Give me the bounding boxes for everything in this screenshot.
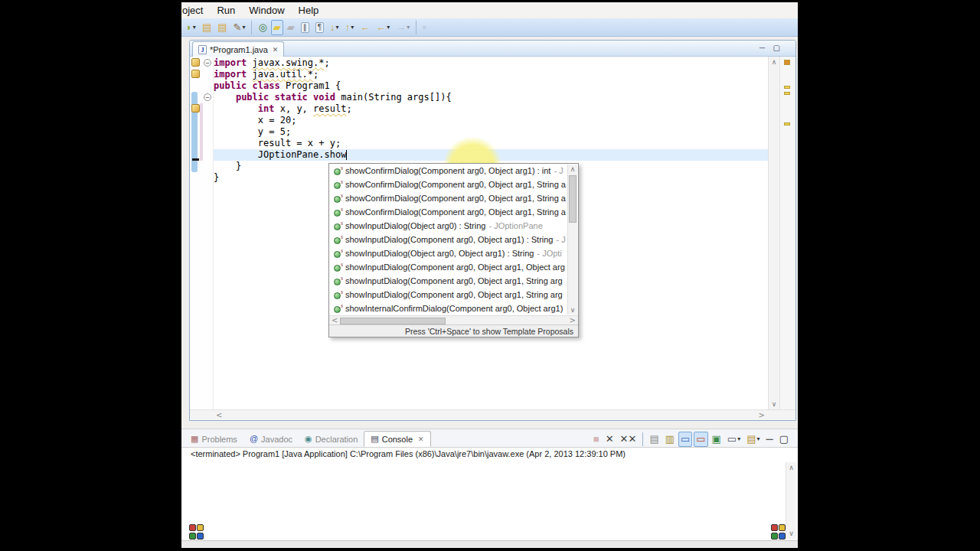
- tab-console[interactable]: ▤Console✕: [364, 431, 430, 447]
- fold-collapse-icon[interactable]: −: [204, 93, 211, 101]
- forward-icon[interactable]: →▾: [394, 20, 412, 35]
- completion-signature: showConfirmDialog(Component arg0, Object…: [345, 166, 550, 175]
- overview-annotation-marker[interactable]: [784, 86, 790, 89]
- save-folder-icon[interactable]: ▤: [215, 20, 229, 35]
- completion-item[interactable]: showInputDialog(Component arg0, Object a…: [329, 288, 578, 302]
- back-icon[interactable]: ←▾: [374, 20, 392, 35]
- dropdown-caret-icon[interactable]: ▾: [193, 24, 196, 31]
- completion-item[interactable]: showInputDialog(Component arg0, Object a…: [329, 233, 578, 246]
- new-wizard-icon: ◗: [186, 22, 192, 32]
- remove-launch-icon[interactable]: ✕: [603, 432, 616, 447]
- pin-console-icon[interactable]: ▣: [710, 432, 724, 447]
- show-whitespace-icon[interactable]: ¶: [313, 20, 326, 35]
- dropdown-caret-icon[interactable]: ▾: [737, 435, 740, 442]
- completion-item[interactable]: showInputDialog(Object arg0) : String- J…: [329, 219, 578, 233]
- overview-annotation-marker[interactable]: [784, 60, 790, 65]
- completion-signature: showInputDialog(Component arg0, Object a…: [345, 290, 563, 299]
- open-folder-icon: ▤: [202, 22, 211, 32]
- console-message: <terminated> Program1 [Java Application]…: [191, 449, 626, 458]
- overview-ruler[interactable]: [779, 57, 795, 409]
- editor-tab-program1[interactable]: J *Program1.java ✕: [192, 41, 284, 57]
- completion-item[interactable]: showConfirmDialog(Component arg0, Object…: [329, 191, 578, 205]
- show-stderr-change-icon[interactable]: ▭: [694, 432, 707, 447]
- open-console-icon[interactable]: ▤▾: [744, 432, 762, 447]
- show-stdout-change-icon[interactable]: ▭: [678, 432, 692, 447]
- search-icon[interactable]: ◎: [256, 20, 269, 35]
- menu-item-window[interactable]: Window: [242, 3, 291, 18]
- popup-scroll-up-icon[interactable]: ∧: [568, 165, 577, 174]
- display-console-icon[interactable]: ▭▾: [725, 432, 743, 447]
- console-view: ▦Problems@Javadoc◉Declaration▤Console✕■✕…: [181, 429, 798, 540]
- popup-hscroll-thumb[interactable]: [340, 318, 446, 324]
- maximize-view-icon[interactable]: ▢: [777, 432, 791, 447]
- clear-console-icon[interactable]: ▤: [647, 432, 661, 447]
- print-icon[interactable]: ✎▾: [230, 20, 247, 35]
- menu-item-help[interactable]: Help: [292, 3, 326, 18]
- scroll-up-icon[interactable]: ∧: [769, 57, 779, 67]
- scroll-left-icon[interactable]: <: [216, 411, 222, 420]
- highlighter-gray-icon[interactable]: ▰: [285, 20, 297, 35]
- completion-item[interactable]: showConfirmDialog(Component arg0, Object…: [329, 205, 578, 219]
- completion-item[interactable]: showInputDialog(Object arg0, Object arg1…: [329, 246, 578, 260]
- restore-view-icon[interactable]: ▫: [420, 20, 429, 35]
- editor-vertical-scrollbar[interactable]: ∧ ∨: [768, 57, 779, 409]
- fold-collapse-icon[interactable]: −: [204, 59, 211, 67]
- dropdown-caret-icon[interactable]: ▾: [756, 435, 760, 442]
- dropdown-caret-icon[interactable]: ▾: [407, 24, 410, 31]
- console-vertical-scrollbar[interactable]: ∧ ∨: [786, 462, 796, 539]
- warning-annotation-icon[interactable]: [191, 104, 200, 112]
- scroll-down-icon[interactable]: ∨: [769, 399, 779, 409]
- overview-annotation-marker[interactable]: [784, 92, 790, 95]
- editor-horizontal-scrollbar[interactable]: < >: [190, 409, 795, 420]
- previous-annotation-icon[interactable]: ↑▾: [343, 20, 357, 35]
- static-method-icon: [333, 166, 343, 175]
- popup-vertical-scrollbar[interactable]: ∧ ∨: [567, 165, 577, 315]
- dropdown-caret-icon[interactable]: ▾: [336, 24, 339, 31]
- popup-scroll-down-icon[interactable]: ∨: [568, 305, 577, 315]
- show-stderr-change-icon: ▭: [696, 434, 705, 444]
- completion-item[interactable]: showInputDialog(Component arg0, Object a…: [329, 260, 578, 274]
- remove-all-terminated-icon[interactable]: ✕✕: [618, 432, 639, 447]
- warning-annotation-icon[interactable]: [191, 58, 200, 67]
- menu-item-oject[interactable]: oject: [181, 3, 210, 18]
- tab-problems[interactable]: ▦Problems: [185, 431, 243, 447]
- completion-item[interactable]: showInputDialog(Component arg0, Object a…: [329, 274, 578, 288]
- overview-annotation-marker[interactable]: [784, 122, 790, 126]
- console-scroll-down-icon[interactable]: ∨: [786, 529, 796, 538]
- completion-item[interactable]: showConfirmDialog(Component arg0, Object…: [329, 164, 578, 178]
- highlighter-gray-icon: ▰: [287, 22, 295, 32]
- open-folder-icon[interactable]: ▤: [200, 20, 214, 35]
- editor-minimize-icon[interactable]: ─: [760, 44, 765, 53]
- watermark-square: [779, 524, 786, 531]
- block-selection-icon[interactable]: ∥: [299, 20, 312, 35]
- tab-close-icon[interactable]: ✕: [418, 435, 424, 443]
- completion-item[interactable]: showConfirmDialog(Component arg0, Object…: [329, 178, 578, 191]
- tab-declaration[interactable]: ◉Declaration: [299, 431, 364, 447]
- tab-label: Declaration: [315, 435, 358, 444]
- tab-javadoc[interactable]: @Javadoc: [243, 431, 299, 447]
- last-edit-location-icon[interactable]: ←: [358, 20, 372, 35]
- caret-line-marker: [192, 158, 199, 161]
- terminate-icon: ■: [593, 434, 599, 444]
- editor-maximize-icon[interactable]: ▢: [773, 44, 780, 53]
- watermark-square: [189, 524, 196, 531]
- dropdown-caret-icon[interactable]: ▾: [242, 24, 245, 31]
- watermark-logo-left: [189, 524, 204, 540]
- toggle-mark-occurrences-icon[interactable]: ▰: [271, 20, 283, 35]
- scroll-right-icon[interactable]: >: [759, 411, 765, 420]
- minimize-view-icon[interactable]: ─: [763, 432, 775, 447]
- menu-item-run[interactable]: Run: [210, 3, 242, 18]
- terminate-icon[interactable]: ■: [591, 432, 602, 447]
- toolbar-separator: [251, 21, 252, 34]
- tab-close-icon[interactable]: ✕: [273, 46, 279, 54]
- completion-item[interactable]: showInternalConfirmDialog(Component arg0…: [329, 302, 578, 315]
- next-annotation-icon[interactable]: ↓▾: [328, 20, 341, 35]
- scroll-lock-icon[interactable]: ▥: [663, 432, 677, 447]
- code-line: y = 5;: [214, 126, 768, 138]
- dropdown-caret-icon[interactable]: ▾: [351, 24, 354, 31]
- console-scroll-up-icon[interactable]: ∧: [786, 463, 796, 472]
- dropdown-caret-icon[interactable]: ▾: [387, 24, 390, 31]
- warning-annotation-icon[interactable]: [191, 70, 200, 78]
- new-wizard-icon[interactable]: ◗▾: [184, 20, 198, 35]
- popup-vscroll-thumb[interactable]: [569, 175, 577, 223]
